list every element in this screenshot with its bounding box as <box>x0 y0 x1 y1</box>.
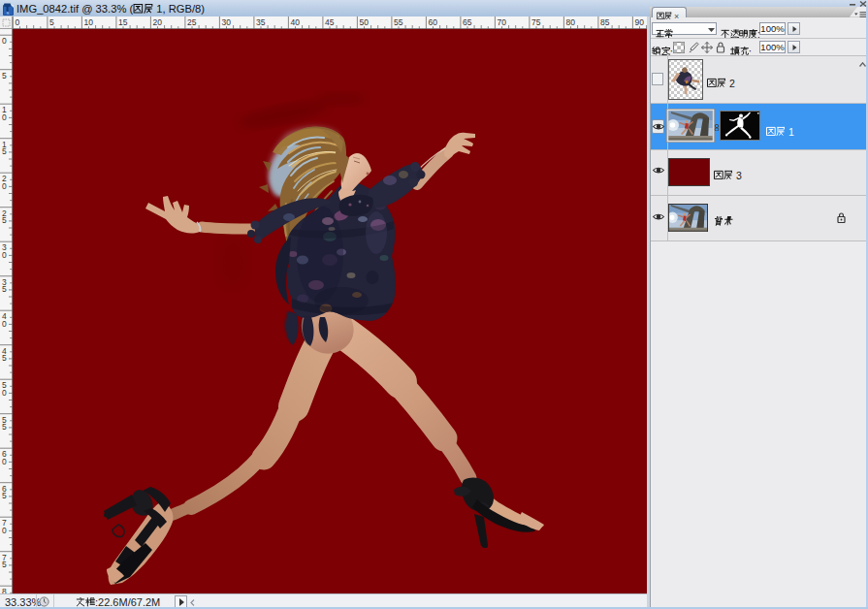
svg-text:40: 40 <box>291 17 301 27</box>
svg-text:75: 75 <box>531 17 541 27</box>
svg-text:90: 90 <box>635 17 645 27</box>
svg-text:10: 10 <box>84 17 94 27</box>
svg-text:5: 5 <box>2 215 7 225</box>
svg-text:0: 0 <box>2 36 7 46</box>
svg-text:5: 5 <box>2 491 7 500</box>
svg-text:0: 0 <box>2 181 7 191</box>
svg-text:5: 5 <box>2 353 7 363</box>
svg-text:8: 8 <box>2 587 7 593</box>
svg-text:s: s <box>7 10 10 16</box>
svg-text:5: 5 <box>2 284 7 294</box>
svg-text:80: 80 <box>566 17 576 27</box>
svg-text:85: 85 <box>600 17 610 27</box>
svg-text:0: 0 <box>2 250 7 260</box>
svg-text:50: 50 <box>360 17 370 27</box>
svg-text:5: 5 <box>2 422 7 432</box>
svg-text:60: 60 <box>429 17 438 27</box>
svg-text:45: 45 <box>325 17 335 27</box>
svg-text:5: 5 <box>2 71 7 80</box>
svg-text:5: 5 <box>2 560 7 569</box>
svg-text:15: 15 <box>118 17 128 27</box>
svg-text:5: 5 <box>2 146 7 156</box>
svg-text:70: 70 <box>498 17 507 27</box>
svg-text:35: 35 <box>256 17 266 27</box>
svg-text:0: 0 <box>16 17 20 27</box>
svg-text:65: 65 <box>463 17 472 27</box>
svg-text:0: 0 <box>2 319 7 329</box>
svg-text:30: 30 <box>222 17 232 27</box>
svg-text:20: 20 <box>153 17 163 27</box>
svg-text:25: 25 <box>187 17 197 27</box>
svg-text:0: 0 <box>2 388 7 398</box>
svg-text:0: 0 <box>2 112 7 122</box>
svg-text:5: 5 <box>49 17 54 27</box>
svg-text:0: 0 <box>2 457 7 466</box>
svg-text:0: 0 <box>2 526 7 535</box>
svg-text:55: 55 <box>394 17 403 27</box>
